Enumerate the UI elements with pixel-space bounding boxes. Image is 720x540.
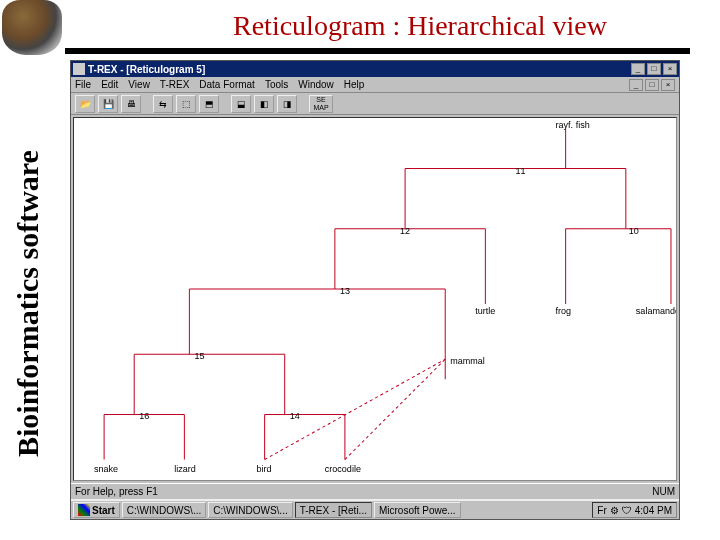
menu-tools[interactable]: Tools [265, 79, 288, 90]
leaf-snake: snake [94, 464, 118, 474]
start-label: Start [92, 505, 115, 516]
taskbar: Start C:\WINDOWS\... C:\WINDOWS\... T-RE… [71, 499, 679, 519]
app-title: T-REX - [Reticulogram 5] [88, 64, 631, 75]
reticulogram-canvas[interactable]: rayf. fish 11 12 10 13 15 16 14 turtle f… [73, 117, 677, 481]
menu-dataformat[interactable]: Data Format [199, 79, 255, 90]
menu-view[interactable]: View [128, 79, 150, 90]
maximize-button[interactable]: □ [647, 63, 661, 75]
node-11: 11 [515, 166, 525, 176]
node-15: 15 [194, 351, 204, 361]
menubar: File Edit View T-REX Data Format Tools W… [71, 77, 679, 93]
toolbar-sep2 [222, 95, 228, 113]
slide-title: Reticulogram : Hierarchical view [150, 10, 690, 42]
node-13: 13 [340, 286, 350, 296]
svg-line-27 [265, 359, 446, 459]
bear-logo [2, 0, 62, 55]
doc-minimize-button[interactable]: _ [629, 79, 643, 91]
leaf-salamander: salamander [636, 306, 676, 316]
task-item-2[interactable]: C:\WINDOWS\... [208, 502, 292, 518]
leaf-mammal: mammal [450, 356, 485, 366]
svg-line-26 [345, 359, 445, 459]
systray[interactable]: Fr ⚙ 🛡 4:04 PM [592, 502, 677, 518]
side-label: Bioinformatics software [5, 95, 50, 512]
lang-indicator[interactable]: Fr [597, 505, 606, 516]
toolbar: 📂 💾 🖶 ⇆ ⬚ ⬒ ⬓ ◧ ◨ SE MAP [71, 93, 679, 115]
open-icon[interactable]: 📂 [75, 95, 95, 113]
leaf-lizard: lizard [174, 464, 196, 474]
node-14: 14 [290, 411, 300, 421]
save-icon[interactable]: 💾 [98, 95, 118, 113]
doc-maximize-button[interactable]: □ [645, 79, 659, 91]
task-item-1[interactable]: C:\WINDOWS\... [122, 502, 206, 518]
doc-close-button[interactable]: × [661, 79, 675, 91]
toolbar-sep3 [300, 95, 306, 113]
titlebar[interactable]: T-REX - [Reticulogram 5] _ □ × [71, 61, 679, 77]
clock[interactable]: 4:04 PM [635, 505, 672, 516]
task-item-ppt[interactable]: Microsoft Powe... [374, 502, 461, 518]
leaf-crocodile: crocodile [325, 464, 361, 474]
tool-b5-icon[interactable]: ◧ [254, 95, 274, 113]
tree-svg: rayf. fish 11 12 10 13 15 16 14 turtle f… [74, 118, 676, 480]
client-area: rayf. fish 11 12 10 13 15 16 14 turtle f… [71, 115, 679, 483]
statusbar: For Help, press F1 NUM [71, 483, 679, 499]
print-icon[interactable]: 🖶 [121, 95, 141, 113]
start-button[interactable]: Start [73, 502, 120, 518]
toolbar-sep [144, 95, 150, 113]
task-item-trex[interactable]: T-REX - [Reti... [295, 502, 372, 518]
tray-icon-1[interactable]: ⚙ [610, 505, 619, 516]
tool-b2-icon[interactable]: ⬚ [176, 95, 196, 113]
semap-button[interactable]: SE MAP [309, 95, 333, 113]
leaf-frog: frog [556, 306, 572, 316]
menu-help[interactable]: Help [344, 79, 365, 90]
menu-file[interactable]: File [75, 79, 91, 90]
menu-trex[interactable]: T-REX [160, 79, 189, 90]
node-16: 16 [139, 411, 149, 421]
app-window: T-REX - [Reticulogram 5] _ □ × File Edit… [70, 60, 680, 520]
tool-b1-icon[interactable]: ⇆ [153, 95, 173, 113]
status-hint: For Help, press F1 [75, 486, 158, 497]
menu-edit[interactable]: Edit [101, 79, 118, 90]
minimize-button[interactable]: _ [631, 63, 645, 75]
node-10: 10 [629, 226, 639, 236]
node-12: 12 [400, 226, 410, 236]
menu-window[interactable]: Window [298, 79, 334, 90]
tool-b6-icon[interactable]: ◨ [277, 95, 297, 113]
app-icon [73, 63, 85, 75]
status-num: NUM [652, 486, 675, 497]
windows-icon [78, 504, 90, 516]
tool-b4-icon[interactable]: ⬓ [231, 95, 251, 113]
slide-underline [65, 48, 690, 54]
tray-icon-2[interactable]: 🛡 [622, 505, 632, 516]
leaf-rayf-fish: rayf. fish [556, 120, 590, 130]
leaf-bird: bird [257, 464, 272, 474]
leaf-turtle: turtle [475, 306, 495, 316]
close-button[interactable]: × [663, 63, 677, 75]
tool-b3-icon[interactable]: ⬒ [199, 95, 219, 113]
